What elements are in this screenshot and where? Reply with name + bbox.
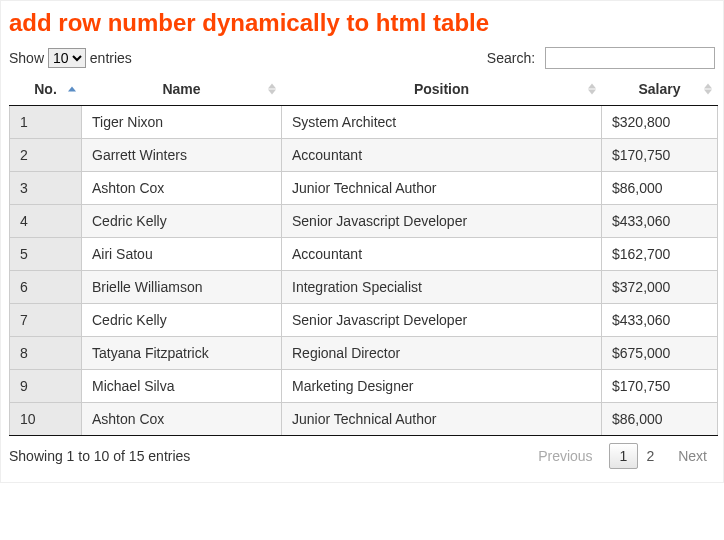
cell-position: Regional Director	[282, 337, 602, 370]
cell-salary: $675,000	[602, 337, 718, 370]
col-header-position[interactable]: Position	[282, 73, 602, 106]
cell-salary: $86,000	[602, 172, 718, 205]
col-header-name[interactable]: Name	[82, 73, 282, 106]
table-row: 8Tatyana FitzpatrickRegional Director$67…	[10, 337, 718, 370]
cell-no: 2	[10, 139, 82, 172]
table-info: Showing 1 to 10 of 15 entries	[9, 448, 190, 464]
page-2-button[interactable]: 2	[638, 444, 662, 468]
cell-name: Airi Satou	[82, 238, 282, 271]
search-control: Search:	[487, 47, 715, 69]
col-header-salary[interactable]: Salary	[602, 73, 718, 106]
cell-position: Junior Technical Author	[282, 172, 602, 205]
cell-name: Michael Silva	[82, 370, 282, 403]
col-header-position-label: Position	[414, 81, 469, 97]
col-header-salary-label: Salary	[638, 81, 680, 97]
page-1-button[interactable]: 1	[609, 443, 639, 469]
length-entries-label: entries	[90, 50, 132, 66]
cell-name: Ashton Cox	[82, 172, 282, 205]
cell-salary: $162,700	[602, 238, 718, 271]
cell-no: 3	[10, 172, 82, 205]
pagination: Previous 12 Next	[530, 444, 715, 468]
cell-name: Brielle Williamson	[82, 271, 282, 304]
cell-no: 6	[10, 271, 82, 304]
table-row: 7Cedric KellySenior Javascript Developer…	[10, 304, 718, 337]
cell-name: Cedric Kelly	[82, 205, 282, 238]
search-label: Search:	[487, 50, 535, 66]
cell-position: Junior Technical Author	[282, 403, 602, 436]
cell-salary: $320,800	[602, 106, 718, 139]
cell-salary: $170,750	[602, 139, 718, 172]
next-button[interactable]: Next	[670, 444, 715, 468]
cell-position: Integration Specialist	[282, 271, 602, 304]
table-body: 1Tiger NixonSystem Architect$320,8002Gar…	[10, 106, 718, 436]
cell-name: Tatyana Fitzpatrick	[82, 337, 282, 370]
cell-salary: $433,060	[602, 205, 718, 238]
table-row: 4Cedric KellySenior Javascript Developer…	[10, 205, 718, 238]
table-row: 1Tiger NixonSystem Architect$320,800	[10, 106, 718, 139]
cell-no: 10	[10, 403, 82, 436]
cell-salary: $372,000	[602, 271, 718, 304]
sort-icon	[588, 84, 596, 95]
col-header-name-label: Name	[162, 81, 200, 97]
cell-name: Ashton Cox	[82, 403, 282, 436]
cell-position: Senior Javascript Developer	[282, 304, 602, 337]
table-row: 9Michael SilvaMarketing Designer$170,750	[10, 370, 718, 403]
cell-name: Tiger Nixon	[82, 106, 282, 139]
cell-no: 5	[10, 238, 82, 271]
cell-no: 7	[10, 304, 82, 337]
pagination-pages: 12	[609, 448, 663, 464]
col-header-no-label: No.	[34, 81, 57, 97]
table-row: 10Ashton CoxJunior Technical Author$86,0…	[10, 403, 718, 436]
cell-no: 8	[10, 337, 82, 370]
cell-salary: $170,750	[602, 370, 718, 403]
cell-no: 4	[10, 205, 82, 238]
cell-position: Accountant	[282, 238, 602, 271]
table-row: 3Ashton CoxJunior Technical Author$86,00…	[10, 172, 718, 205]
data-table: No. Name Position	[9, 73, 718, 436]
cell-salary: $86,000	[602, 403, 718, 436]
sort-icon	[268, 84, 276, 95]
page-title: add row number dynamically to html table	[9, 9, 715, 37]
datatable-widget: add row number dynamically to html table…	[0, 0, 724, 483]
cell-position: Accountant	[282, 139, 602, 172]
length-select[interactable]: 10	[48, 48, 86, 68]
sort-icon	[68, 87, 76, 92]
previous-button[interactable]: Previous	[530, 444, 600, 468]
search-input[interactable]	[545, 47, 715, 69]
cell-no: 9	[10, 370, 82, 403]
cell-no: 1	[10, 106, 82, 139]
table-row: 2Garrett WintersAccountant$170,750	[10, 139, 718, 172]
cell-name: Cedric Kelly	[82, 304, 282, 337]
cell-position: System Architect	[282, 106, 602, 139]
length-control: Show 10 entries	[9, 48, 132, 68]
table-row: 6Brielle WilliamsonIntegration Specialis…	[10, 271, 718, 304]
cell-name: Garrett Winters	[82, 139, 282, 172]
col-header-no[interactable]: No.	[10, 73, 82, 106]
sort-icon	[704, 84, 712, 95]
table-row: 5Airi SatouAccountant$162,700	[10, 238, 718, 271]
cell-position: Marketing Designer	[282, 370, 602, 403]
cell-salary: $433,060	[602, 304, 718, 337]
length-show-label: Show	[9, 50, 44, 66]
cell-position: Senior Javascript Developer	[282, 205, 602, 238]
